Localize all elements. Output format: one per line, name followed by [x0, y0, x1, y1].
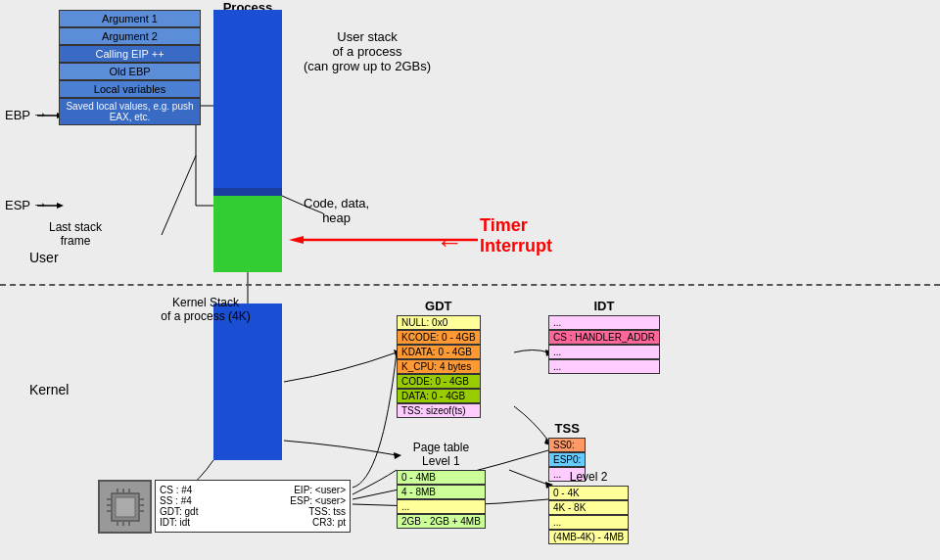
stack-item-saved: Saved local values, e.g. push EAX, etc. [59, 98, 201, 125]
kernel-stack-rect [213, 303, 282, 460]
user-stack-label: User stack of a process (can grow up to … [304, 29, 431, 73]
user-section-label: User [29, 250, 59, 265]
stack-item-local-vars: Local variables [59, 80, 201, 98]
pt1-row-2: ... [397, 499, 486, 514]
stack-item-calling-eip: Calling EIP ++ [59, 45, 201, 63]
register-row-cs-eip: CS : #4 EIP: <user> [160, 485, 346, 495]
svg-marker-11 [289, 236, 304, 244]
esp-label: ESP → [5, 196, 48, 213]
pt2-row-0: 0 - 4K [548, 486, 629, 500]
idt-row-3: ... [548, 359, 660, 374]
pt1-row-0: 0 - 4MB [397, 470, 486, 485]
svg-rect-19 [116, 497, 135, 517]
cpu-icon [98, 480, 152, 534]
user-stack-darkblue [213, 188, 282, 196]
register-row-ss-esp: SS : #4 ESP: <user> [160, 495, 346, 506]
stack-frame: Argument 1 Argument 2 Calling EIP ++ Old… [59, 10, 201, 125]
gdt-row-data: DATA: 0 - 4GB [397, 389, 481, 403]
last-stack-frame-label: Last stack frame [49, 220, 102, 248]
gdt-row-kdata: KDATA: 0 - 4GB [397, 345, 481, 359]
timer-interrupt-label: Timer Interrupt [480, 215, 552, 257]
gdt-row-code: CODE: 0 - 4GB [397, 374, 481, 389]
user-stack-green [213, 196, 282, 272]
pagetable2-container: Level 2 0 - 4K 4K - 8K ... (4MB-4K) - 4M… [548, 470, 629, 544]
pagetable1-label: Page table Level 1 [397, 441, 486, 468]
stack-item-arg2: Argument 2 [59, 27, 201, 45]
diagram-container: Process Argument 1 Argument 2 Calling EI… [0, 0, 940, 560]
tss-row-esp0: ESP0: [548, 452, 586, 467]
tss-row-ss0: SS0: [548, 438, 586, 452]
pt1-row-1: 4 - 8MB [397, 485, 486, 499]
stack-item-arg1: Argument 1 [59, 10, 201, 27]
idt-label: IDT [548, 299, 660, 313]
stack-item-old-ebp: Old EBP [59, 63, 201, 80]
pagetable1-container: Page table Level 1 0 - 4MB 4 - 8MB ... 2… [397, 441, 486, 529]
idt-row-2: ... [548, 345, 660, 359]
pt2-row-3: (4MB-4K) - 4MB [548, 530, 629, 544]
gdt-row-kcpu: K_CPU: 4 bytes [397, 359, 481, 374]
pt1-row-3: 2GB - 2GB + 4MB [397, 514, 486, 529]
kernel-section-label: Kernel [29, 382, 69, 397]
user-stack-blue [213, 10, 282, 188]
ebp-label: EBP → [5, 106, 48, 123]
user-kernel-divider [0, 284, 940, 286]
timer-arrow: ← [436, 227, 463, 258]
pagetable2-label: Level 2 [548, 470, 629, 484]
register-box: CS : #4 EIP: <user> SS : #4 ESP: <user> … [155, 480, 351, 533]
tss-label: TSS [548, 421, 586, 436]
pt2-row-2: ... [548, 515, 629, 530]
code-data-label: Code, data, heap [304, 196, 369, 225]
gdt-row-tss: TSS: sizeof(ts) [397, 403, 481, 418]
idt-container: IDT ... CS : HANDLER_ADDR ... ... [548, 299, 660, 374]
gdt-label: GDT [397, 299, 481, 313]
gdt-row-null: NULL: 0x0 [397, 315, 481, 330]
kernel-stack-label: Kernel Stack of a process (4K) [152, 296, 259, 323]
idt-row-cs: CS : HANDLER_ADDR [548, 330, 660, 345]
gdt-container: GDT NULL: 0x0 KCODE: 0 - 4GB KDATA: 0 - … [397, 299, 481, 418]
user-stack-rect [213, 10, 282, 264]
register-row-idt-cr3: IDT: idt CR3: pt [160, 517, 346, 528]
svg-line-9 [162, 156, 196, 235]
register-row-gdt-tss: GDT: gdt TSS: tss [160, 506, 346, 517]
gdt-row-kcode: KCODE: 0 - 4GB [397, 330, 481, 345]
pt2-row-1: 4K - 8K [548, 500, 629, 515]
idt-row-0: ... [548, 315, 660, 330]
svg-marker-3 [57, 203, 64, 209]
